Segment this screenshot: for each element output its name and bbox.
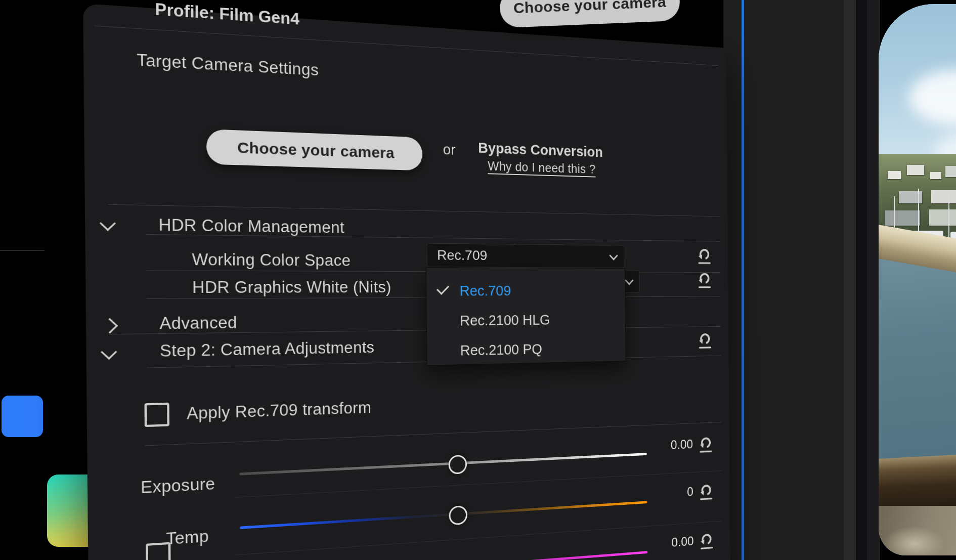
exposure-slider-track[interactable] xyxy=(239,453,646,475)
chevron-down-icon xyxy=(625,276,633,285)
panel-edge-strip xyxy=(867,0,879,560)
menu-item-rec709[interactable]: Rec.709 xyxy=(426,276,625,306)
apply-rec709-checkbox[interactable] xyxy=(144,403,169,427)
divider xyxy=(108,204,720,217)
apply-rec709-label: Apply Rec.709 transform xyxy=(187,399,371,423)
checkmark-icon xyxy=(437,282,449,295)
color-settings-panel: Profile: Film Gen4 Target Camera Setting… xyxy=(83,4,731,560)
reset-icon[interactable] xyxy=(698,483,714,501)
exposure-slider-knob[interactable] xyxy=(449,455,467,475)
color-space-dropdown-menu: Rec.709 Rec.2100 HLG Rec.2100 PQ xyxy=(426,267,626,366)
menu-item-label: Rec.2100 PQ xyxy=(460,341,542,359)
exposure-value[interactable]: 0.00 xyxy=(646,437,693,454)
exposure-label: Exposure xyxy=(141,475,215,498)
row-label-working-color-space: Working Color Space xyxy=(192,250,351,270)
chevron-down-icon xyxy=(609,251,618,261)
right-panel-group xyxy=(723,0,880,560)
choose-camera-button-floating[interactable]: Choose your camera xyxy=(499,0,681,28)
menu-item-label: Rec.2100 HLG xyxy=(460,312,550,329)
reset-icon[interactable] xyxy=(696,271,712,289)
temp-slider-knob[interactable] xyxy=(449,505,467,526)
chevron-right-icon[interactable] xyxy=(102,318,118,333)
panel-edge-strip xyxy=(856,0,867,560)
or-label: or xyxy=(443,141,456,158)
panel-edge-strip xyxy=(844,0,856,560)
section-hdr-color-management[interactable]: HDR Color Management xyxy=(158,216,344,237)
row-label-hdr-graphics-white: HDR Graphics White (Nits) xyxy=(192,278,392,297)
section-heading-target-camera: Target Camera Settings xyxy=(137,51,319,80)
photo-boat-mast xyxy=(948,194,949,240)
background-divider-fragment xyxy=(0,250,45,251)
temp-value[interactable]: 0 xyxy=(646,485,693,502)
temp-label: Temp xyxy=(166,527,209,548)
section-advanced[interactable]: Advanced xyxy=(159,313,237,333)
choose-camera-button[interactable]: Choose your camera xyxy=(206,129,423,170)
marketing-composite: { "window": { "background": "#000000" },… xyxy=(0,0,956,560)
photo-building xyxy=(945,166,956,177)
menu-item-label: Rec.709 xyxy=(460,283,511,299)
divider xyxy=(146,234,720,242)
menu-item-rec2100-pq[interactable]: Rec.2100 PQ xyxy=(427,333,625,366)
photo-building xyxy=(907,165,924,175)
bypass-conversion-label[interactable]: Bypass Conversion xyxy=(478,140,603,160)
dropdown-value: Rec.709 xyxy=(427,247,488,264)
reset-icon[interactable] xyxy=(699,532,715,550)
photo-building xyxy=(885,210,920,226)
divider xyxy=(145,422,722,446)
photo-building xyxy=(888,171,901,179)
panel-title-fragment: Profile: Film Gen4 xyxy=(155,0,299,29)
working-color-space-dropdown[interactable]: Rec.709 xyxy=(426,243,624,268)
why-need-this-link[interactable]: Why do I need this ? xyxy=(488,159,595,177)
photo-building xyxy=(930,172,941,179)
tint-value[interactable]: 0.00 xyxy=(646,534,693,552)
reset-icon[interactable] xyxy=(698,435,714,453)
photo-building xyxy=(929,209,956,226)
photo-ground-patch xyxy=(884,526,944,555)
menu-item-rec2100-hlg[interactable]: Rec.2100 HLG xyxy=(427,305,626,336)
section-step2-camera-adjustments[interactable]: Step 2: Camera Adjustments xyxy=(160,338,375,361)
panel-focus-line xyxy=(742,0,744,560)
decor-blue-square xyxy=(2,396,43,437)
reset-icon[interactable] xyxy=(697,331,713,349)
photo-water xyxy=(879,257,956,469)
reset-icon[interactable] xyxy=(696,247,712,265)
temp-slider-track[interactable] xyxy=(240,501,647,529)
chevron-down-icon[interactable] xyxy=(100,216,116,231)
photo-ground-path xyxy=(879,506,956,555)
partial-checkbox[interactable] xyxy=(146,542,171,560)
tint-slider-track[interactable] xyxy=(240,551,647,560)
photo-building xyxy=(931,190,956,203)
program-monitor-photo xyxy=(879,4,956,555)
chevron-down-icon[interactable] xyxy=(101,344,117,360)
